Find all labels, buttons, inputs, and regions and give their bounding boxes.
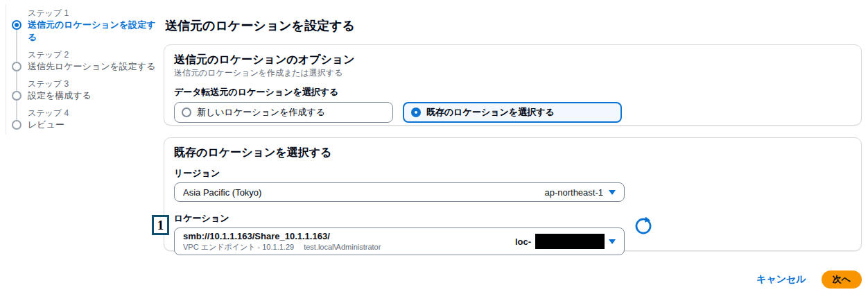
step-3-radio-icon (12, 91, 21, 101)
location-select[interactable]: smb://10.1.1.163/Share_10.1.1.163/ VPC エ… (174, 227, 625, 255)
refresh-locations-button[interactable] (633, 216, 654, 237)
step-3-title: 設定を構成する (28, 89, 159, 102)
location-option-tiles: 新しいロケーションを作成する 既存のロケーションを選択する (174, 102, 851, 123)
step-2-label: ステップ 2 (28, 50, 159, 60)
refresh-icon (634, 217, 652, 235)
step-4-label: ステップ 4 (28, 108, 159, 119)
source-location-options-card: 送信元のロケーションのオプション 送信元のロケーションを作成または選択する デー… (164, 44, 862, 126)
wizard-steps-nav: ステップ 1 送信元のロケーションを設定する ステップ 2 送信先ロケーションを… (11, 8, 159, 137)
radio-tile-choose-existing-location[interactable]: 既存のロケーションを選択する (403, 102, 622, 123)
transfer-source-field-label: データ転送元のロケーションを選択する (174, 86, 851, 98)
radio-new-label: 新しいロケーションを作成する (197, 106, 325, 119)
step-2-title: 送信先ロケーションを設定する (28, 60, 159, 73)
location-user-detail: test.local\Administrator (304, 242, 381, 252)
annotation-callout-1: 1 (152, 215, 169, 235)
wizard-step-1[interactable]: ステップ 1 送信元のロケーションを設定する (11, 8, 159, 44)
wizard-footer-actions: キャンセル 次へ (756, 270, 862, 289)
options-card-description: 送信元のロケーションを作成または選択する (174, 67, 851, 78)
radio-tile-create-new-location[interactable]: 新しいロケーションを作成する (174, 102, 393, 123)
location-id-prefix: loc- (515, 237, 531, 247)
step-2-radio-icon (12, 62, 21, 71)
location-uri: smb://10.1.1.163/Share_10.1.1.163/ (183, 231, 381, 242)
panel-divider (6, 4, 6, 135)
chevron-down-icon (609, 239, 616, 244)
step-1-radio-icon (12, 20, 21, 30)
radio-checked-icon[interactable] (411, 108, 421, 117)
region-value: Asia Pacific (Tokyo) (183, 187, 261, 198)
location-field-label: ロケーション (174, 212, 851, 224)
cancel-button[interactable]: キャンセル (756, 273, 806, 286)
wizard-step-4: ステップ 4 レビュー (11, 108, 159, 131)
wizard-step-3: ステップ 3 設定を構成する (11, 79, 159, 102)
region-code: ap-northeast-1 (544, 187, 603, 198)
next-button[interactable]: 次へ (822, 270, 862, 289)
step-4-title: レビュー (28, 119, 159, 131)
existing-card-title: 既存のロケーションを選択する (174, 146, 851, 160)
step-3-label: ステップ 3 (28, 79, 159, 89)
redacted-location-id (535, 234, 605, 249)
region-field-label: リージョン (174, 167, 851, 179)
chevron-down-icon (609, 190, 616, 195)
step-4-radio-icon (12, 120, 21, 130)
location-endpoint-detail: VPC エンドポイント - 10.1.1.29 (183, 242, 294, 252)
region-select[interactable]: Asia Pacific (Tokyo) ap-northeast-1 (174, 182, 625, 202)
radio-existing-label: 既存のロケーションを選択する (426, 106, 555, 119)
page-title: 送信元のロケーションを設定する (165, 17, 355, 34)
options-card-title: 送信元のロケーションのオプション (174, 53, 851, 67)
step-1-label: ステップ 1 (28, 8, 159, 19)
step-1-title[interactable]: 送信元のロケーションを設定する (28, 19, 159, 44)
wizard-step-2: ステップ 2 送信先ロケーションを設定する (11, 50, 159, 73)
radio-unchecked-icon[interactable] (182, 108, 191, 117)
choose-existing-location-card: 既存のロケーションを選択する リージョン Asia Pacific (Tokyo… (164, 137, 862, 251)
